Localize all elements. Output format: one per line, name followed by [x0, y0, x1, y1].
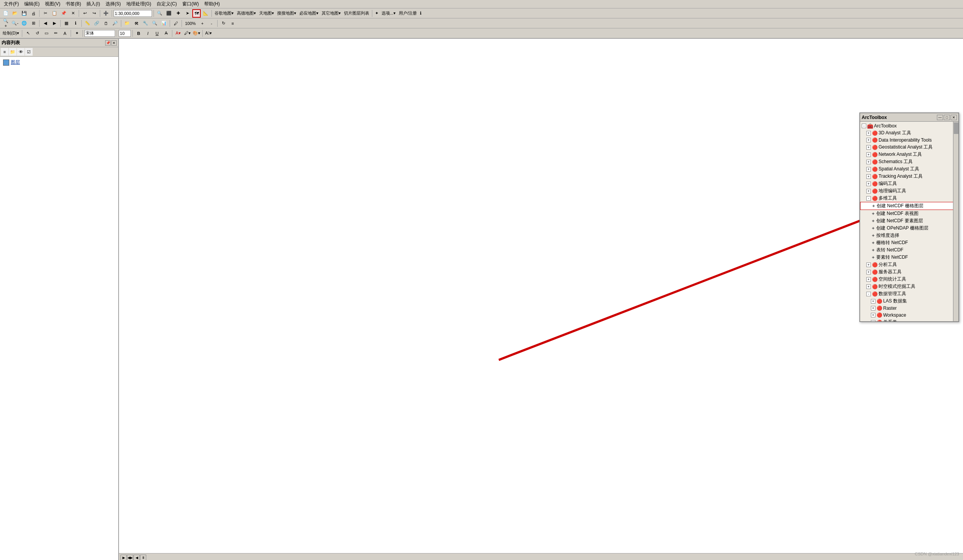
map-nav-btn-3[interactable]: ◀ [134, 555, 140, 560]
pointer-btn[interactable]: ↖ [24, 29, 32, 38]
globe-btn[interactable]: 🌐 [20, 19, 28, 28]
toc-layer-item[interactable]: 图层 [2, 58, 117, 66]
menu-windows[interactable]: 窗口(W) [180, 0, 201, 8]
arctoolbox-close-btn[interactable]: ✕ [951, 115, 957, 120]
user-login[interactable]: 用户/注册 [398, 10, 418, 16]
move-btn[interactable]: ✚ [174, 9, 182, 18]
menu-geoprocessing[interactable]: 地理处理(G) [124, 0, 154, 8]
atb-item-spacetime[interactable]: + 🔴 时空模式挖掘工具 [860, 283, 958, 290]
graphic-marker-btn[interactable]: ✦ [73, 29, 81, 38]
print-button[interactable]: 🖨 [29, 9, 38, 18]
atb-create-netcdf-raster[interactable]: ✦ 创建 NetCDF 栅格图层 [860, 202, 958, 210]
menu-view[interactable]: 视图(V) [43, 0, 63, 8]
atb-dm-expand[interactable]: - [866, 292, 871, 296]
text-btn[interactable]: A [61, 29, 69, 38]
info-btn[interactable]: ℹ [419, 11, 423, 16]
menu-bookmarks[interactable]: 书签(B) [63, 0, 83, 8]
font-color-btn[interactable]: A▾ [174, 29, 182, 38]
atb-relationships[interactable]: + 🔴 关系类 [860, 319, 958, 321]
atb-item-geo-encode[interactable]: + 🔴 地理编码工具 [860, 187, 958, 195]
new-button[interactable]: 📄 [2, 9, 10, 18]
find-btn[interactable]: 🔎 [111, 19, 119, 28]
other-map-menu[interactable]: 其它地图▾ [320, 10, 342, 16]
atb-root-item[interactable]: - 🧰 ArcToolbox [860, 122, 958, 129]
prev-extent-btn[interactable]: ◀ [41, 19, 50, 28]
scale-input[interactable] [114, 10, 152, 17]
atb-select-dimension[interactable]: ✦ 按维度选择 [860, 232, 958, 239]
atb-sv-expand[interactable]: + [866, 270, 871, 274]
select-features-btn[interactable]: ▦ [62, 19, 71, 28]
options-menu[interactable]: ✦ [374, 11, 380, 16]
toc-list-by-drawing-btn[interactable]: ≡ [1, 48, 8, 56]
save-button[interactable]: 💾 [20, 9, 28, 18]
undo-button[interactable]: ↩ [81, 9, 89, 18]
arctoolbox-minimize-btn[interactable]: — [937, 115, 943, 120]
arc-catalog-btn[interactable]: 📁 [123, 19, 131, 28]
redo-button[interactable]: ↪ [90, 9, 98, 18]
arc-toolbox-btn[interactable]: 🛠 [132, 19, 140, 28]
font-size-input[interactable] [119, 30, 131, 37]
atb-workspace[interactable]: + 🔴 Workspace [860, 312, 958, 319]
atb-item-tracking-analyst[interactable]: + 🔴 Tracking Analyst 工具 [860, 173, 958, 180]
atb-md-expand[interactable]: - [866, 196, 871, 201]
measure-btn[interactable]: 📏 [83, 19, 92, 28]
atb-3d-expand[interactable]: + [866, 131, 871, 135]
search-btn[interactable]: 🔍 [155, 9, 164, 18]
toc-list-by-source-btn[interactable]: 📁 [9, 48, 17, 56]
fill-color-btn[interactable]: 🎨▾ [192, 29, 201, 38]
highlight-color-btn[interactable]: 🖊▾ [183, 29, 192, 38]
select-btn[interactable]: ➤ [183, 9, 192, 18]
atb-item-server[interactable]: + 🔴 服务器工具 [860, 268, 958, 276]
atb-sc-expand[interactable]: + [866, 160, 871, 164]
italic-btn[interactable]: I [144, 29, 152, 38]
atb-item-data-mgmt[interactable]: - 🔴 数据管理工具 [860, 290, 958, 297]
menu-select[interactable]: 选择(S) [103, 0, 123, 8]
map-nav-btn-4[interactable]: ⏸ [140, 555, 146, 560]
atb-rel-expand[interactable]: + [871, 320, 875, 322]
zoom-out-btn[interactable]: 🔍- [11, 19, 19, 28]
underline-btn[interactable]: U [153, 29, 161, 38]
model-builder-btn[interactable]: 🔧 [141, 19, 150, 28]
rect-btn[interactable]: ▭ [42, 29, 51, 38]
next-extent-btn[interactable]: ▶ [50, 19, 59, 28]
menu-edit[interactable]: 编辑(E) [22, 0, 42, 8]
menu-help[interactable]: 帮助(H) [202, 0, 222, 8]
extent-btn[interactable]: ⊞ [29, 19, 38, 28]
atb-ga-expand[interactable]: + [866, 145, 871, 150]
toc-close-btn[interactable]: ✕ [111, 40, 117, 46]
draw-label[interactable]: 绘制(D)▾ [2, 30, 20, 36]
atb-raster-expand[interactable]: + [871, 306, 875, 311]
bing-map-menu[interactable]: 必应地图▾ [298, 10, 320, 16]
active-map-btn[interactable]: 🗺 [192, 9, 201, 18]
rotate-shape-btn[interactable]: ↺ [33, 29, 41, 38]
gaode2-map-menu[interactable]: 高德地图▾ [236, 10, 257, 16]
hyperlink-btn[interactable]: 🔗 [93, 19, 101, 28]
freehand-btn[interactable]: ✏ [51, 29, 60, 38]
atb-sa-expand[interactable]: + [866, 167, 871, 172]
arctoolbox-restore-btn[interactable]: □ [944, 115, 950, 120]
zoom-out-fixed[interactable]: - [207, 19, 216, 28]
atb-an-expand[interactable]: + [866, 263, 871, 267]
toc-pin-btn[interactable]: 📌 [105, 40, 111, 46]
options-label[interactable]: 选项...▾ [380, 10, 397, 16]
map-nav-btn-2[interactable]: ◀▶ [127, 555, 133, 560]
atb-di-expand[interactable]: + [866, 138, 871, 142]
atb-create-netcdf-feature[interactable]: ✦ 创建 NetCDF 要素图层 [860, 217, 958, 225]
map-nav-btn-1[interactable]: ▶ [121, 555, 127, 560]
results-btn[interactable]: 📊 [160, 19, 168, 28]
atb-item-geostatistical[interactable]: + 🔴 Geostatistical Analyst 工具 [860, 144, 958, 151]
menu-file[interactable]: 文件(F) [2, 0, 21, 8]
atb-item-data-interop[interactable]: + 🔴 Data Interoperability Tools [860, 137, 958, 144]
atb-na-expand[interactable]: + [866, 152, 871, 157]
paste-button[interactable]: 📌 [59, 9, 68, 18]
menu-customize[interactable]: 自定义(C) [154, 0, 179, 8]
atb-item-geocoding[interactable]: + 🔴 编码工具 [860, 180, 958, 187]
atb-root-expand[interactable]: - [862, 124, 866, 128]
atb-st-expand[interactable]: + [866, 284, 871, 289]
rotate-btn[interactable]: ↻ [219, 19, 228, 28]
atb-ss-expand[interactable]: + [866, 277, 871, 282]
atb-create-netcdf-table[interactable]: ✦ 创建 NetCDF 表视图 [860, 210, 958, 217]
atb-raster[interactable]: + 🔴 Raster [860, 305, 958, 312]
soso-map-menu[interactable]: 搜搜地图▾ [276, 10, 297, 16]
atb-item-network-analyst[interactable]: + 🔴 Network Analyst 工具 [860, 151, 958, 158]
